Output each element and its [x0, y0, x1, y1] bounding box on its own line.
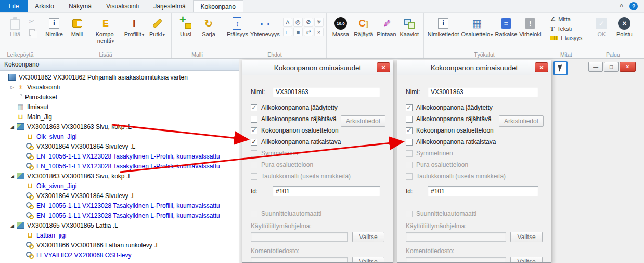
archive-data-button[interactable]: Arkistotiedot: [499, 115, 544, 127]
explode-checkbox[interactable]: [406, 116, 413, 123]
schematics-button[interactable]: Kaaviot: [398, 15, 421, 38]
concentric-constraint-icon[interactable]: [293, 18, 303, 27]
tree-item[interactable]: LEVYAIHIO2 VX200068 OSB-levy: [0, 250, 239, 260]
solve-button[interactable]: Ratkaise: [494, 15, 519, 38]
dimension-button[interactable]: Mitta: [548, 15, 584, 23]
choose-ui-program-button[interactable]: Valitse: [352, 232, 384, 242]
series-button[interactable]: Sarja: [197, 15, 220, 38]
tree-item[interactable]: VX3001865 VX3001865 Lattia .L: [0, 220, 239, 230]
solve-checkbox[interactable]: [251, 139, 257, 146]
tree-expander-icon[interactable]: [10, 174, 17, 179]
tree-item[interactable]: Lattian_jigi: [0, 230, 239, 240]
tree-item[interactable]: VX3001866 VX3001866 Lattian runkolevy .L: [0, 240, 239, 250]
distance-dim-button[interactable]: Etäisyys: [548, 33, 584, 42]
unpack-checkbox[interactable]: [251, 162, 257, 168]
cut-button[interactable]: [27, 17, 37, 26]
tree-item[interactable]: EN_10056-1-L1 VX123028 Tasakylkinen L-Pr…: [0, 211, 239, 220]
align-constraint-icon[interactable]: [304, 28, 313, 36]
mass-button[interactable]: 10.0 Massa: [329, 15, 352, 38]
to-surface-button[interactable]: Pintaan: [375, 15, 398, 38]
symmetric-checkbox[interactable]: [406, 150, 413, 157]
exit-button[interactable]: Poistu: [613, 15, 636, 38]
select-tool-icon[interactable]: [553, 61, 568, 75]
choose-ui-program-button[interactable]: Valitse: [510, 232, 543, 242]
tree-item[interactable]: Main_Jig: [0, 112, 239, 122]
error-log-button[interactable]: Virheloki: [518, 15, 542, 38]
ribbon-tab[interactable]: Näkymä: [61, 0, 99, 12]
tree-expander-icon[interactable]: [10, 85, 17, 90]
automation-checkbox[interactable]: [251, 211, 257, 217]
explode-checkbox[interactable]: [251, 116, 257, 123]
solve-checkbox[interactable]: [406, 139, 413, 146]
window-close-button[interactable]: ×: [620, 62, 636, 72]
tree-item[interactable]: Oik_sivun_Jigi: [0, 181, 239, 191]
component-button[interactable]: Kompo-nentti: [88, 15, 123, 45]
pipe-button[interactable]: Putki: [146, 15, 169, 39]
parallel-constraint-icon[interactable]: [293, 28, 303, 36]
ribbon-collapse-icon[interactable]: [620, 3, 623, 10]
command-file-input[interactable]: [251, 257, 348, 263]
tablemodel-checkbox[interactable]: [406, 173, 413, 180]
tree-item[interactable]: Ilmiasut: [0, 102, 239, 112]
ribbon-tab[interactable]: Järjestelmä: [146, 0, 192, 12]
ui-program-input[interactable]: [406, 232, 506, 242]
dialog-close-button[interactable]: [377, 62, 390, 72]
paste-button[interactable]: Liitä: [4, 15, 27, 38]
delete-constraint-icon[interactable]: [314, 28, 324, 36]
choose-command-file-button[interactable]: Valitse: [510, 257, 543, 263]
distance-constraint-button[interactable]: Etäisyys: [226, 15, 249, 38]
id-input[interactable]: #101: [273, 186, 380, 196]
dialog-close-button[interactable]: [535, 62, 548, 72]
choose-command-file-button[interactable]: Valitse: [352, 257, 384, 263]
model-button[interactable]: Malli: [66, 15, 88, 38]
angle-constraint-icon[interactable]: [283, 18, 292, 27]
name-input[interactable]: VX3001863: [428, 87, 538, 97]
part-list-button[interactable]: Osaluettelo: [460, 15, 494, 39]
tangent-constraint-icon[interactable]: [304, 18, 313, 27]
ribbon-tab[interactable]: File: [0, 0, 28, 12]
tree-item[interactable]: Visualisointi: [0, 82, 239, 92]
tree-item[interactable]: EN_10056-1-L1 VX123028 Tasakylkinen L-Pr…: [0, 151, 239, 161]
symmetric-checkbox[interactable]: [251, 150, 257, 157]
tree-item[interactable]: VX3001863 VX3001863 Sivu, kokp .L: [0, 122, 239, 132]
perpendicular-constraint-icon[interactable]: [283, 28, 292, 36]
ribbon-tab[interactable]: Visualisointi: [99, 0, 146, 12]
name-input[interactable]: VX3001863: [273, 87, 380, 97]
ribbon-tab[interactable]: Kokoonpano: [193, 0, 243, 12]
tablemodel-checkbox[interactable]: [251, 173, 257, 180]
command-file-input[interactable]: [406, 257, 506, 263]
tree-item[interactable]: VX3001864 VX3001864 Sivulevy .L: [0, 191, 239, 201]
id-input[interactable]: #101: [428, 186, 538, 196]
automation-checkbox[interactable]: [406, 211, 413, 217]
new-button[interactable]: Uusi: [174, 15, 197, 38]
profiles-button[interactable]: Profiilit: [123, 15, 146, 39]
unpack-checkbox[interactable]: [406, 162, 413, 168]
ok-button[interactable]: OK: [590, 15, 613, 38]
tree-item[interactable]: EN_10056-1-L1 VX123028 Tasakylkinen L-Pr…: [0, 161, 239, 171]
explode-button[interactable]: Räjäytä: [352, 15, 375, 38]
archive-data-button[interactable]: Arkistotiedot: [341, 115, 385, 127]
symmetry-constraint-icon[interactable]: [314, 18, 324, 27]
frozen-checkbox[interactable]: [251, 104, 257, 111]
copy-button[interactable]: [27, 28, 37, 37]
tree-item[interactable]: VX3001862 VX3001862 Pohjamalli asiakasto…: [0, 72, 239, 82]
tree-item[interactable]: VX3001863 VX3001863 Sivu, kokp .L: [0, 171, 239, 181]
tree-item[interactable]: VX3001864 VX3001864 Sivulevy .L: [0, 141, 239, 151]
window-maximize-button[interactable]: □: [604, 62, 619, 72]
tree-item[interactable]: EN_10056-1-L1 VX123028 Tasakylkinen L-Pr…: [0, 201, 239, 211]
text-button[interactable]: Teksti: [548, 24, 584, 33]
coincidence-button[interactable]: Yhtenevyys: [249, 15, 281, 38]
tree-expander-icon[interactable]: [10, 124, 17, 129]
ribbon-tab[interactable]: Arkisto: [28, 0, 61, 12]
frozen-checkbox[interactable]: [406, 104, 413, 111]
item-button[interactable]: Nimike: [43, 15, 66, 38]
tree-item[interactable]: Piirustukset: [0, 92, 239, 102]
ui-program-input[interactable]: [251, 232, 348, 242]
partlist-checkbox[interactable]: [251, 127, 257, 134]
partlist-checkbox[interactable]: [406, 127, 413, 134]
tree-item[interactable]: Oik_sivun_Jigi: [0, 132, 239, 141]
help-icon[interactable]: [629, 2, 638, 10]
tree-expander-icon[interactable]: [10, 223, 17, 228]
item-data-button[interactable]: Nimiketiedot: [427, 15, 460, 38]
window-minimize-button[interactable]: —: [588, 62, 603, 72]
